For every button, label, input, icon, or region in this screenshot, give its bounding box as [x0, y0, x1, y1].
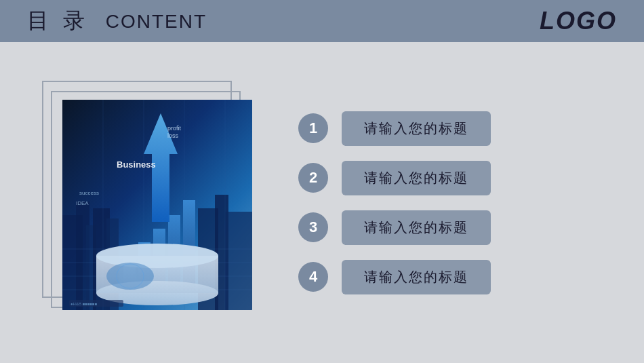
- menu-item-1[interactable]: 1 请输入您的标题: [298, 111, 603, 146]
- svg-point-31: [106, 263, 154, 290]
- menu-number-2: 2: [298, 163, 328, 193]
- title-cn: 目 录: [27, 8, 89, 33]
- business-image: profit loss Business success IDEA ●H&B ■…: [62, 100, 252, 310]
- menu-label-1[interactable]: 请输入您的标题: [342, 111, 491, 146]
- menu-number-3: 3: [298, 212, 328, 242]
- logo: LOGO: [540, 7, 617, 35]
- menu-number-1: 1: [298, 113, 328, 143]
- page-title: 目 录 CONTENT: [27, 6, 207, 36]
- menu-list: 1 请输入您的标题 2 请输入您的标题 3 请输入您的标题 4 请输入您的标题: [298, 111, 603, 294]
- menu-label-3[interactable]: 请输入您的标题: [342, 210, 491, 245]
- menu-number-4: 4: [298, 262, 328, 292]
- svg-text:loss: loss: [167, 132, 179, 139]
- menu-item-2[interactable]: 2 请输入您的标题: [298, 161, 603, 195]
- image-container: profit loss Business success IDEA ●H&B ■…: [54, 88, 258, 318]
- menu-label-4[interactable]: 请输入您的标题: [342, 260, 491, 294]
- svg-point-25: [96, 244, 218, 268]
- svg-text:IDEA: IDEA: [76, 200, 89, 206]
- main-content: profit loss Business success IDEA ●H&B ■…: [0, 42, 644, 363]
- menu-item-4[interactable]: 4 请输入您的标题: [298, 260, 603, 294]
- svg-text:profit: profit: [167, 125, 182, 132]
- svg-text:●H&B ■■■■■■: ●H&B ■■■■■■: [71, 302, 98, 306]
- svg-text:success: success: [79, 190, 99, 196]
- menu-item-3[interactable]: 3 请输入您的标题: [298, 210, 603, 245]
- menu-label-2[interactable]: 请输入您的标题: [342, 161, 491, 195]
- title-en: CONTENT: [106, 11, 207, 32]
- svg-rect-8: [225, 212, 252, 310]
- header: 目 录 CONTENT LOGO: [0, 0, 644, 42]
- svg-text:Business: Business: [117, 159, 156, 170]
